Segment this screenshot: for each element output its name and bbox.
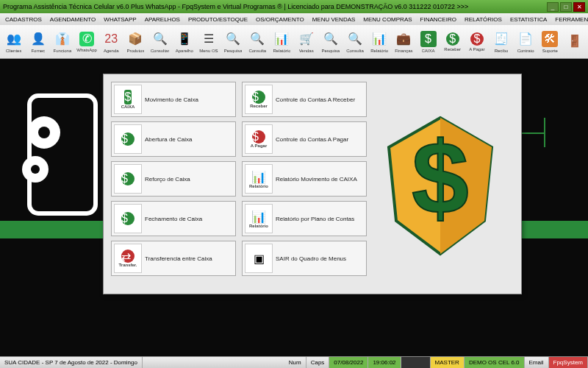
tool-caixa[interactable]: $CAIXA	[416, 26, 440, 57]
fornec-icon: 👤	[30, 31, 46, 47]
panel-btn-label: Controle do Contas A Receber	[276, 96, 364, 103]
finance-menu-panel: $CAIXAMovimento de Caixa$Abertura de Cai…	[103, 74, 522, 294]
tool-receber[interactable]: $Receber	[440, 26, 465, 57]
workspace: $CAIXAMovimento de Caixa$Abertura de Cai…	[0, 59, 588, 356]
relatório-icon: 📊	[371, 31, 387, 47]
vendas-icon: 🛒	[298, 31, 315, 47]
menu-whatsapp[interactable]: WHATSAPP	[100, 15, 140, 24]
minimize-button[interactable]: _	[547, 2, 559, 12]
tool-exit[interactable]: 🚪	[562, 26, 587, 57]
tool-label: Aparelho	[176, 49, 193, 53]
menu-aparelhos[interactable]: APARELHOS	[141, 15, 184, 24]
tool-label: Pesquisa	[224, 49, 243, 53]
status-numlock: Num	[284, 357, 306, 368]
panel-btn-sair-do-quadro-de-menus[interactable]: ▣SAIR do Quadro de Menus	[242, 241, 367, 276]
tool-contrato[interactable]: 📄Contrato	[514, 26, 538, 57]
svg-rect-0	[29, 96, 96, 213]
window-title: Programa Assistência Técnica Celular v6.…	[3, 3, 547, 10]
panel-btn-label: SAIR do Quadro de Menus	[276, 255, 364, 262]
menu-produto/estoque[interactable]: PRODUTO/ESTOQUE	[184, 15, 251, 24]
tool-consulta[interactable]: 🔍Consulta	[343, 26, 367, 57]
whatsapp-icon: ✆	[79, 32, 94, 46]
relatório-icon: 📊	[273, 31, 290, 47]
menu-menu vendas[interactable]: MENU VENDAS	[309, 15, 359, 24]
maximize-button[interactable]: □	[560, 2, 572, 12]
panel-btn-abertura-de-caixa[interactable]: $Abertura de Caixa	[111, 121, 236, 157]
consulta-icon: 🔍	[347, 31, 363, 47]
finanças-icon: 💼	[395, 31, 412, 47]
panel-btn-transferencia-entre-caixa[interactable]: ⇄Transfer.Transferencia entre Caixa	[111, 241, 236, 276]
status-blank	[401, 357, 431, 368]
tool-whatsapp[interactable]: ✆WhatsApp	[75, 26, 99, 57]
panel-btn-refor-o-de-caixa[interactable]: $Reforço de Caixa	[111, 161, 236, 197]
tool-label: Consultar	[151, 49, 170, 53]
tool-clientes[interactable]: 👥Clientes	[1, 26, 26, 57]
menu-menu compras[interactable]: MENU COMPRAS	[359, 15, 415, 24]
panel-btn-icon: $	[114, 124, 142, 154]
panel-logo: $	[367, 82, 514, 286]
panel-btn-relat-rio-movimento-de-caixa[interactable]: 📊RelatórioRelatório Movimento de CAIXA	[242, 161, 367, 197]
panel-btn-label: Controle do Contas A Pagar	[276, 136, 364, 143]
status-capslock: Caps	[306, 357, 330, 368]
menu-financeiro[interactable]: FINANCEIRO	[417, 15, 460, 24]
tool-relatório[interactable]: 📊Relatório	[368, 26, 392, 57]
status-user: MASTER	[431, 357, 465, 368]
status-date-long: SUA CIDADE - SP 7 de Agosto de 2022 - Do…	[0, 357, 143, 368]
panel-btn-label: Movimento de Caixa	[145, 96, 233, 103]
tool-menu os[interactable]: ☰Menu OS	[196, 26, 220, 57]
panel-btn-icon: ▣	[245, 244, 273, 273]
menu-estatistica[interactable]: ESTATISTICA	[506, 15, 551, 24]
close-button[interactable]: ✕	[573, 2, 585, 12]
tool-label: Funciona	[54, 49, 72, 53]
produtos-icon: 📦	[127, 31, 143, 47]
suporte-icon: 🛠	[542, 31, 558, 47]
consulta-icon: 🔍	[249, 31, 265, 47]
panel-btn-relat-rio-por-plano-de-contas[interactable]: 📊RelatórioRelatório por Plano de Contas	[242, 201, 367, 236]
tool-finanças[interactable]: 💼Finanças	[392, 26, 416, 57]
tool-fornec[interactable]: 👤Fornec	[26, 26, 50, 57]
contrato-icon: 📄	[517, 31, 534, 47]
tool-label: Contrato	[517, 49, 534, 53]
tool-produtos[interactable]: 📦Produtos	[123, 26, 148, 57]
tool-a pagar[interactable]: $A Pagar	[465, 26, 489, 57]
tool-label: Relatório	[370, 49, 388, 53]
menu-agendamento[interactable]: AGENDAMENTO	[46, 15, 100, 24]
receber-icon: $	[446, 32, 459, 46]
dollar-shield-icon: $	[378, 110, 503, 258]
tool-label: CAIXA	[422, 49, 435, 53]
panel-btn-controle-do-contas-a-pagar[interactable]: $A PagarControle do Contas A Pagar	[242, 121, 367, 157]
title-bar: Programa Assistência Técnica Celular v6.…	[0, 0, 588, 13]
tool-vendas[interactable]: 🛒Vendas	[294, 26, 318, 57]
tool-suporte[interactable]: 🛠Suporte	[538, 26, 562, 57]
svg-text:$: $	[412, 120, 469, 236]
pesquisa-icon: 🔍	[225, 31, 241, 47]
tool-funciona[interactable]: 👔Funciona	[50, 26, 74, 57]
menu-cadastros[interactable]: CADASTROS	[1, 15, 46, 24]
menu-ferramentas[interactable]: FERRAMENTAS	[551, 15, 588, 24]
funciona-icon: 👔	[54, 31, 71, 47]
tool-relatório[interactable]: 📊Relatório	[270, 26, 294, 57]
panel-btn-movimento-de-caixa[interactable]: $CAIXAMovimento de Caixa	[111, 82, 236, 117]
tool-pesquisa[interactable]: 🔍Pesquisa	[221, 26, 245, 57]
tool-recibo[interactable]: 🧾Recibo	[489, 26, 513, 57]
menu-relatórios[interactable]: RELATÓRIOS	[461, 15, 506, 24]
status-email[interactable]: Email	[525, 357, 549, 368]
status-bar: SUA CIDADE - SP 7 de Agosto de 2022 - Do…	[0, 356, 588, 368]
svg-point-2	[38, 127, 50, 138]
agenda-icon: 23	[103, 31, 119, 47]
tool-consulta[interactable]: 🔍Consulta	[245, 26, 270, 57]
tool-label: A Pagar	[469, 47, 484, 52]
tool-label: Recibo	[495, 49, 509, 53]
tool-agenda[interactable]: 23Agenda	[99, 26, 123, 57]
tool-label: Consulta	[346, 49, 364, 53]
tool-label: WhatsApp	[76, 48, 97, 52]
tool-label: Receber	[444, 47, 461, 52]
tool-label: Clientes	[6, 49, 22, 53]
tool-pesquisa[interactable]: 🔍Pesquisa	[318, 26, 343, 57]
tool-consultar[interactable]: 🔍Consultar	[148, 26, 172, 57]
tool-label: Suporte	[542, 49, 558, 53]
panel-btn-fechamento-de-caixa[interactable]: $Fechamento de Caixa	[111, 201, 236, 236]
menu-os/orçamento[interactable]: OS/ORÇAMENTO	[252, 15, 308, 24]
panel-btn-controle-do-contas-a-receber[interactable]: $ReceberControle do Contas A Receber	[242, 82, 367, 117]
tool-aparelho[interactable]: 📱Aparelho	[172, 26, 196, 57]
